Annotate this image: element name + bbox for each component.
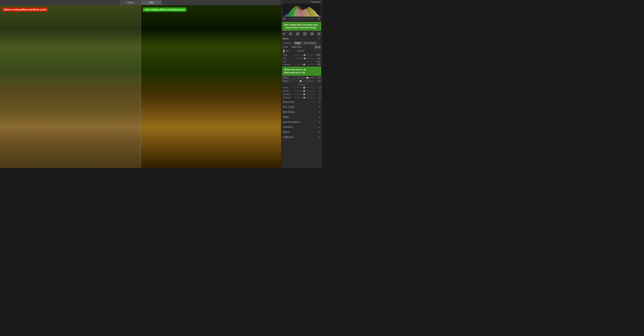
calibration-row[interactable]: Calibration ► — [281, 134, 322, 139]
tint-thumb[interactable] — [304, 58, 306, 59]
whites-row: Whites +30 — [281, 76, 322, 79]
saturation-label: Saturation — [283, 97, 294, 99]
hist-info: ISO 1400 120 mm f / 5.6 1/400 SEC — [290, 18, 314, 20]
saturation-row: Saturation 0 — [281, 96, 322, 99]
dehaze-row: Dehaze 0 — [281, 89, 322, 93]
tab-before[interactable]: Before — [120, 0, 142, 5]
hist-arrow-right[interactable]: ► — [318, 17, 320, 20]
blacks-thumb[interactable] — [300, 80, 302, 82]
exposure-thumb[interactable] — [303, 64, 305, 66]
dehaze-label: Dehaze — [283, 90, 294, 92]
tone-auto-btn[interactable]: Auto — [316, 61, 320, 63]
exposure-track — [294, 64, 314, 65]
clarity-thumb[interactable] — [303, 87, 305, 89]
tint-label: Tint — [283, 57, 294, 59]
tool-spot[interactable]: ○ — [289, 32, 292, 36]
hist-arrow-row: ◄ ISO 1400 120 mm f / 5.6 1/400 SEC ► — [282, 17, 321, 20]
clarity-track — [294, 87, 314, 88]
whites-slider[interactable] — [294, 76, 314, 79]
tone-label: Tone — [283, 61, 294, 63]
histogram-title: Histogram — [282, 1, 321, 3]
exposure-slider[interactable] — [294, 63, 314, 66]
basic-section-header[interactable]: Basic ▼ — [281, 37, 322, 41]
hsl-arrow: ► — [319, 106, 320, 108]
tiger-after-bg — [141, 5, 281, 168]
transform-label: Transform — [283, 126, 293, 128]
detail-label: Detail — [283, 116, 288, 118]
tool-radial[interactable]: ◯ — [310, 32, 314, 36]
dehaze-track — [294, 91, 314, 91]
vibrance-slider[interactable] — [294, 93, 314, 96]
basic-title: Basic — [283, 37, 289, 40]
wb-label: WB : — [286, 50, 296, 52]
image-before: Before setting White and Black point — [0, 5, 141, 168]
hist-arrow-left[interactable]: ◄ — [283, 17, 286, 20]
tint-row: Tint +20 — [281, 57, 322, 60]
tint-slider[interactable] — [294, 57, 314, 60]
tool-adjust[interactable]: — — [317, 32, 321, 36]
image-area: Before After Before setting White and Bl… — [0, 0, 281, 168]
saturation-slider[interactable] — [294, 96, 314, 99]
saturation-value: 0 — [314, 97, 320, 99]
tint-track — [294, 58, 314, 59]
dehaze-value: 0 — [314, 90, 320, 92]
whites-thumb[interactable] — [306, 77, 308, 79]
profile-list-icon[interactable] — [318, 46, 320, 48]
exposure-value: 0.00 — [314, 63, 320, 66]
split-toning-row[interactable]: Split Toning ► — [281, 109, 322, 114]
hsl-row[interactable]: HSL / Color ► — [281, 104, 322, 109]
effects-arrow: ► — [319, 131, 320, 133]
lens-arrow: ► — [319, 121, 320, 123]
profile-value: Adobe Color — [291, 46, 302, 48]
wb-row: WB : As Shot — [281, 49, 322, 53]
eyedropper-icon[interactable] — [283, 49, 285, 53]
tiger-before-bg — [0, 5, 141, 168]
saturation-track — [294, 97, 314, 98]
clarity-value: 0 — [314, 87, 320, 89]
temp-thumb[interactable] — [304, 54, 306, 56]
tone-curve-arrow: ► — [319, 101, 320, 103]
image-after: After setting White and Black point — [141, 5, 281, 168]
tone-curve-label: Tone Curve — [283, 101, 294, 103]
dehaze-slider[interactable] — [294, 90, 314, 92]
treatment-row: Treatment : Color Black & White — [281, 41, 322, 45]
lens-row[interactable]: Lens Corrections ► — [281, 119, 322, 124]
histogram-section: Histogram — [281, 0, 322, 21]
clarity-label: Clarity — [283, 87, 294, 89]
image-tabs: Before After — [0, 0, 281, 5]
blacks-track — [294, 81, 314, 81]
tab-after[interactable]: After — [142, 0, 162, 5]
tone-row: Tone Auto — [281, 60, 322, 63]
temp-slider[interactable] — [294, 54, 314, 56]
tool-redeye[interactable]: ◎ — [296, 32, 300, 36]
temp-track — [294, 55, 314, 55]
tool-crop[interactable]: ✂ — [282, 32, 286, 35]
vibrance-thumb[interactable] — [303, 93, 305, 95]
transform-row[interactable]: Transform ► — [281, 124, 322, 129]
calibration-label: Calibration — [283, 136, 294, 138]
split-toning-label: Split Toning — [283, 111, 294, 113]
white-point-annotation: White point set to + 30Black point set t… — [282, 67, 321, 76]
before-label: Before setting White and Black point — [2, 8, 48, 12]
blacks-slider[interactable] — [294, 80, 314, 82]
histogram-canvas — [282, 4, 321, 17]
effects-row[interactable]: Effects ► — [281, 129, 322, 134]
tool-grad[interactable]: □ — [303, 32, 307, 36]
vibrance-label: Vibrance — [283, 93, 294, 95]
profile-row: Profile : Adobe Color — [281, 45, 322, 49]
saturation-thumb[interactable] — [303, 97, 305, 99]
profile-grid-icon[interactable] — [315, 46, 317, 48]
blacks-label: Blacks — [283, 80, 294, 82]
treatment-bw-btn[interactable]: Black & White — [302, 42, 317, 45]
tone-curve-row[interactable]: Tone Curve ► — [281, 99, 322, 104]
tool-icons-row: ✂ ○ ◎ □ ◯ — — [281, 31, 322, 37]
treatment-color-btn[interactable]: Color — [294, 42, 302, 45]
dehaze-thumb[interactable] — [303, 90, 305, 92]
whites-label: Whites — [283, 77, 294, 79]
tint-value: +20 — [314, 57, 320, 59]
profile-label: Profile : — [283, 46, 290, 48]
clarity-slider[interactable] — [294, 86, 314, 89]
detail-row[interactable]: Detail ► — [281, 114, 322, 119]
whites-value: +30 — [314, 77, 320, 79]
images-container: Before setting White and Black point Aft… — [0, 5, 281, 168]
